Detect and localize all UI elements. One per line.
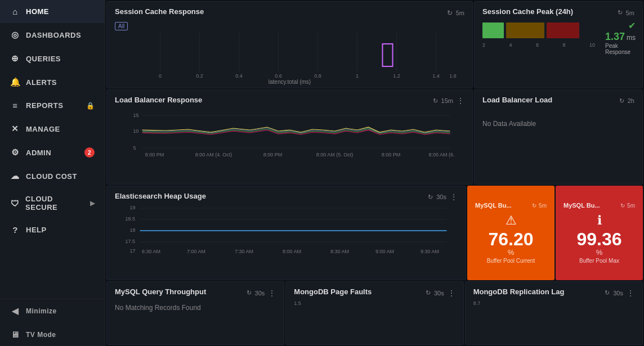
svg-rect-18 [482, 23, 504, 38]
mysql-buffer-current-tile: MySQL Bu... ↻ 5m ⚠ 76.20 % Buffer Pool C… [467, 186, 554, 281]
refresh-interval: 5m [539, 203, 547, 209]
svg-text:1: 1 [356, 73, 359, 78]
warning-icon: ⚠ [506, 213, 517, 228]
y-start-label: 8.7 [473, 300, 634, 306]
sidebar-item-admin[interactable]: ⚙ ADMIN 2 [0, 141, 105, 164]
load-balancer-load-panel: Load Balancer Load ↻ 2h No Data Availabl… [474, 89, 643, 185]
lock-icon: 🔒 [86, 102, 95, 110]
peak-value-row: 1.37 ms [605, 31, 636, 43]
peak-bars: 246810 [482, 20, 595, 48]
sidebar-item-help[interactable]: ? HELP [0, 218, 105, 241]
panel-title: MongoDB Page Faults [294, 287, 372, 296]
svg-text:19: 19 [130, 205, 136, 210]
refresh-interval: 15m [441, 97, 453, 104]
no-matching-records: No Matching Records Found [115, 300, 276, 312]
admin-icon: ⚙ [10, 147, 20, 158]
all-tag[interactable]: All [115, 22, 128, 30]
y-start-label: 1.5 [294, 300, 455, 306]
svg-text:0: 0 [159, 73, 162, 78]
refresh-interval: 5m [456, 10, 464, 16]
panel-title: Load Balancer Response [115, 96, 202, 104]
session-cache-peak-panel: Session Cache Peak (24h) ↻ 5m [474, 1, 643, 88]
help-icon: ? [10, 225, 20, 235]
load-balancer-chart: 15 10 5 8:00 PM 8:00 A [115, 109, 464, 162]
menu-icon[interactable]: ⋮ [627, 289, 634, 298]
sidebar-item-cloud-cost[interactable]: ☁ CLOUD COST [0, 164, 105, 188]
panel-header: Session Cache Peak (24h) ↻ 5m [482, 7, 634, 18]
tile-header: MySQL Bu... ↻ 5m [475, 202, 547, 209]
peak-bars-svg [482, 20, 595, 40]
tile-value: 76.20 [488, 230, 533, 248]
session-cache-chart: All 0 0.2 [115, 20, 464, 82]
panel-header: Load Balancer Response ↻ 15m ⋮ [115, 96, 464, 106]
svg-text:0.2: 0.2 [196, 73, 203, 78]
refresh-interval: 30s [613, 290, 623, 296]
sidebar-bottom: ◀ Minimize 🖥 TV Mode [0, 299, 105, 346]
panel-title: MongoDB Replication Lag [473, 287, 565, 296]
sidebar-item-label: ALERTS [26, 78, 57, 87]
load-balancer-response-panel: Load Balancer Response ↻ 15m ⋮ 15 10 5 [106, 89, 473, 185]
cloud-secure-icon: 🛡 [10, 199, 20, 208]
svg-text:8:00 PM: 8:00 PM [263, 152, 283, 158]
tile-sublabel: Buffer Pool Max [579, 258, 619, 264]
mongodb-page-faults-panel: MongoDB Page Faults ↻ 30s ⋮ 1.5 [285, 281, 463, 345]
svg-text:18.5: 18.5 [126, 216, 136, 222]
sidebar: ⌂ HOME ◎ DASHBOARDS ⊕ QUERIES 🔔 ALERTS ≡… [0, 0, 105, 346]
svg-text:9:00 AM: 9:00 AM [375, 249, 394, 254]
sidebar-item-label: ADMIN [26, 149, 51, 157]
sidebar-item-home[interactable]: ⌂ HOME [0, 0, 105, 23]
reports-icon: ≡ [10, 101, 20, 110]
mysql-buffer-max-tile: MySQL Bu... ↻ 5m ℹ 99.36 % Buffer Pool M… [556, 186, 643, 281]
svg-text:8:00 AM (4. Oct): 8:00 AM (4. Oct) [195, 152, 232, 158]
panel-controls: ↻ 5m [618, 9, 634, 16]
panel-title: Load Balancer Load [482, 96, 552, 104]
sidebar-item-queries[interactable]: ⊕ QUERIES [0, 47, 105, 70]
refresh-icon: ↻ [428, 194, 433, 201]
svg-text:5: 5 [133, 145, 136, 151]
tile-controls: ↻ 5m [532, 203, 547, 209]
tile-header: MySQL Bu... ↻ 5m [564, 202, 635, 209]
sidebar-item-alerts[interactable]: 🔔 ALERTS [0, 70, 105, 94]
mysql-query-panel: MySQL Query Throughput ↻ 30s ⋮ No Matchi… [106, 281, 284, 345]
menu-icon[interactable]: ⋮ [457, 96, 464, 105]
svg-text:1.6: 1.6 [449, 73, 457, 78]
manage-icon: ✕ [10, 124, 20, 134]
svg-text:6:30 AM: 6:30 AM [142, 249, 160, 254]
svg-rect-8 [383, 44, 393, 66]
svg-rect-20 [547, 23, 579, 38]
refresh-interval: 5m [626, 10, 634, 16]
panel-controls: ↻ 5m [447, 9, 464, 17]
sidebar-item-label: DASHBOARDS [26, 31, 81, 39]
svg-text:8:00 PM: 8:00 PM [145, 152, 164, 158]
home-icon: ⌂ [10, 7, 20, 16]
refresh-interval: 5m [627, 203, 635, 209]
refresh-icon: ↻ [447, 9, 453, 17]
chevron-right-icon: ▶ [90, 200, 95, 207]
sidebar-item-reports[interactable]: ≡ REPORTS 🔒 [0, 94, 105, 117]
alerts-icon: 🔔 [10, 77, 20, 87]
panel-header: MongoDB Page Faults ↻ 30s ⋮ [294, 287, 455, 298]
panel-title: Session Cache Peak (24h) [482, 7, 573, 16]
svg-rect-19 [506, 23, 544, 38]
tv-mode-button[interactable]: 🖥 TV Mode [0, 323, 105, 346]
refresh-icon: ↻ [532, 203, 536, 209]
minimize-label: Minimize [26, 307, 57, 315]
svg-text:8:30 AM: 8:30 AM [330, 249, 349, 254]
panel-controls: ↻ 30s ⋮ [428, 192, 458, 201]
svg-text:18: 18 [130, 227, 136, 233]
sidebar-item-manage[interactable]: ✕ MANAGE [0, 117, 105, 141]
svg-text:10: 10 [133, 128, 139, 134]
admin-badge: 2 [84, 147, 95, 158]
menu-icon[interactable]: ⋮ [448, 289, 455, 298]
row-2: Load Balancer Response ↻ 15m ⋮ 15 10 5 [106, 89, 643, 185]
sidebar-item-label: CLOUD SECURE [25, 195, 84, 212]
sidebar-item-cloud-secure[interactable]: 🛡 CLOUD SECURE ▶ [0, 188, 105, 218]
menu-icon[interactable]: ⋮ [268, 289, 276, 298]
svg-text:0.8: 0.8 [314, 73, 321, 78]
svg-text:1.4: 1.4 [432, 73, 440, 78]
row-1: Session Cache Response ↻ 5m All [106, 1, 643, 88]
menu-icon[interactable]: ⋮ [450, 192, 458, 201]
sidebar-item-dashboards[interactable]: ◎ DASHBOARDS [0, 23, 105, 47]
minimize-button[interactable]: ◀ Minimize [0, 299, 105, 323]
sidebar-item-label: HOME [26, 7, 49, 16]
